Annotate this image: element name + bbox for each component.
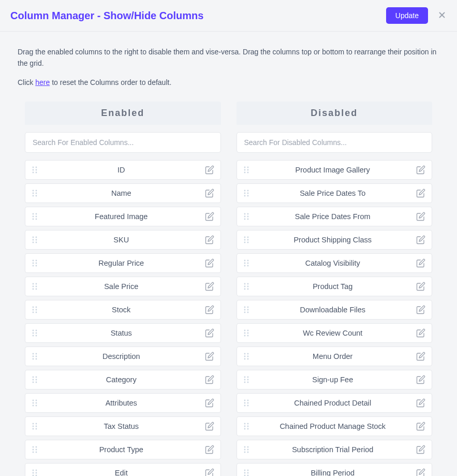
- drag-handle-icon[interactable]: [32, 445, 38, 454]
- drag-handle-icon[interactable]: [243, 422, 249, 430]
- list-item[interactable]: Billing Period: [237, 463, 433, 476]
- list-item[interactable]: SKU: [25, 230, 221, 250]
- close-button[interactable]: [437, 10, 447, 21]
- enabled-list[interactable]: IDNameFeatured ImageSKURegular PriceSale…: [25, 160, 221, 476]
- drag-handle-icon[interactable]: [32, 212, 38, 221]
- edit-icon[interactable]: [205, 398, 214, 408]
- drag-handle-icon[interactable]: [32, 469, 38, 476]
- edit-icon[interactable]: [205, 258, 214, 268]
- list-item[interactable]: Product Shipping Class: [237, 230, 433, 250]
- edit-icon[interactable]: [416, 375, 425, 384]
- edit-icon[interactable]: [416, 189, 425, 198]
- update-button[interactable]: Update: [386, 7, 428, 24]
- list-item[interactable]: Tax Status: [25, 416, 221, 436]
- svg-point-110: [244, 237, 245, 238]
- list-item[interactable]: Chained Product Manage Stock: [237, 416, 433, 436]
- disabled-search-input[interactable]: [237, 132, 433, 153]
- list-item[interactable]: Downloadable Files: [237, 300, 433, 320]
- drag-handle-icon[interactable]: [32, 422, 38, 430]
- list-item[interactable]: Product Tag: [237, 277, 433, 296]
- drag-handle-icon[interactable]: [243, 166, 249, 174]
- list-item[interactable]: Edit: [25, 463, 221, 476]
- list-item[interactable]: Chained Product Detail: [237, 393, 433, 413]
- reset-link[interactable]: here: [35, 78, 50, 86]
- edit-icon[interactable]: [205, 189, 214, 198]
- list-item[interactable]: Regular Price: [25, 253, 221, 273]
- drag-handle-icon[interactable]: [243, 212, 249, 221]
- drag-handle-icon[interactable]: [243, 352, 249, 360]
- list-item[interactable]: Menu Order: [237, 347, 433, 366]
- drag-handle-icon[interactable]: [32, 352, 38, 360]
- drag-handle-icon[interactable]: [32, 166, 38, 174]
- edit-icon[interactable]: [416, 328, 425, 338]
- list-item[interactable]: Sale Price: [25, 277, 221, 296]
- list-item[interactable]: Attributes: [25, 393, 221, 413]
- drag-handle-icon[interactable]: [32, 282, 38, 291]
- svg-point-106: [244, 216, 245, 218]
- list-item[interactable]: Status: [25, 323, 221, 343]
- drag-handle-icon[interactable]: [32, 189, 38, 197]
- list-item[interactable]: Product Image Gallery: [237, 160, 433, 180]
- list-item[interactable]: Subscription Trial Period: [237, 440, 433, 459]
- edit-icon[interactable]: [205, 422, 214, 431]
- drag-handle-icon[interactable]: [32, 306, 38, 314]
- edit-icon[interactable]: [416, 258, 425, 268]
- drag-handle-icon[interactable]: [243, 306, 249, 314]
- drag-handle-icon[interactable]: [243, 445, 249, 454]
- list-item[interactable]: ID: [25, 160, 221, 180]
- enabled-column: Enabled IDNameFeatured ImageSKURegular P…: [25, 102, 221, 476]
- list-item[interactable]: Featured Image: [25, 207, 221, 226]
- svg-point-97: [247, 172, 248, 174]
- edit-icon[interactable]: [205, 468, 214, 476]
- drag-handle-icon[interactable]: [243, 282, 249, 291]
- svg-point-120: [244, 265, 245, 267]
- svg-point-147: [247, 377, 248, 378]
- drag-handle-icon[interactable]: [243, 399, 249, 407]
- list-item[interactable]: Category: [25, 370, 221, 390]
- drag-handle-icon[interactable]: [243, 236, 249, 244]
- list-item[interactable]: Sign-up Fee: [237, 370, 433, 390]
- drag-handle-icon[interactable]: [32, 259, 38, 267]
- drag-handle-icon[interactable]: [32, 329, 38, 337]
- svg-point-37: [36, 289, 37, 290]
- edit-icon[interactable]: [205, 235, 214, 244]
- list-item[interactable]: Name: [25, 183, 221, 203]
- drag-handle-icon[interactable]: [32, 236, 38, 244]
- edit-icon[interactable]: [416, 352, 425, 361]
- list-item[interactable]: Wc Review Count: [237, 323, 433, 343]
- list-item[interactable]: Stock: [25, 300, 221, 320]
- drag-handle-icon[interactable]: [243, 259, 249, 267]
- edit-icon[interactable]: [205, 282, 214, 291]
- list-item[interactable]: Catalog Visibility: [237, 253, 433, 273]
- edit-icon[interactable]: [205, 445, 214, 454]
- edit-icon[interactable]: [205, 212, 214, 221]
- drag-handle-icon[interactable]: [243, 329, 249, 337]
- svg-point-137: [247, 333, 248, 334]
- drag-handle-icon[interactable]: [32, 376, 38, 384]
- svg-point-102: [244, 195, 245, 197]
- drag-handle-icon[interactable]: [243, 469, 249, 476]
- disabled-list[interactable]: Product Image GallerySale Price Dates To…: [237, 160, 433, 476]
- edit-icon[interactable]: [416, 235, 425, 244]
- edit-icon[interactable]: [416, 305, 425, 314]
- edit-icon[interactable]: [205, 352, 214, 361]
- list-item[interactable]: Product Type: [25, 440, 221, 459]
- edit-icon[interactable]: [416, 282, 425, 291]
- edit-icon[interactable]: [416, 468, 425, 476]
- edit-icon[interactable]: [416, 398, 425, 408]
- edit-icon[interactable]: [205, 328, 214, 338]
- edit-icon[interactable]: [416, 212, 425, 221]
- drag-handle-icon[interactable]: [243, 189, 249, 197]
- edit-icon[interactable]: [416, 445, 425, 454]
- drag-handle-icon[interactable]: [32, 399, 38, 407]
- edit-icon[interactable]: [205, 375, 214, 384]
- list-item[interactable]: Sale Price Dates To: [237, 183, 433, 203]
- edit-icon[interactable]: [416, 165, 425, 175]
- enabled-search-input[interactable]: [25, 132, 221, 153]
- edit-icon[interactable]: [416, 422, 425, 431]
- edit-icon[interactable]: [205, 305, 214, 314]
- drag-handle-icon[interactable]: [243, 376, 249, 384]
- list-item[interactable]: Sale Price Dates From: [237, 207, 433, 226]
- list-item[interactable]: Description: [25, 347, 221, 366]
- edit-icon[interactable]: [205, 165, 214, 175]
